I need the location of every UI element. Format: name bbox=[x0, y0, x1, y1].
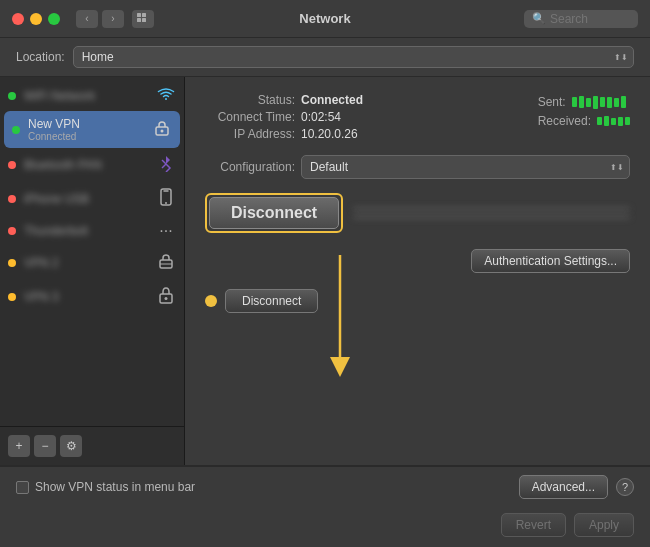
status-dot-red bbox=[8, 161, 16, 169]
titlebar: ‹ › Network 🔍 bbox=[0, 0, 650, 38]
forward-button[interactable]: › bbox=[102, 10, 124, 28]
status-dot-green bbox=[12, 126, 20, 134]
window-title: Network bbox=[299, 11, 350, 26]
svg-rect-1 bbox=[142, 13, 146, 17]
search-bar[interactable]: 🔍 bbox=[524, 10, 638, 28]
status-value: Connected bbox=[301, 93, 363, 107]
item-info: Thunderbolt bbox=[24, 224, 148, 238]
settings-button[interactable]: ⚙ bbox=[60, 435, 82, 457]
list-item[interactable]: Thunderbolt ··· bbox=[0, 216, 184, 246]
detail-panel: Status: Connected Connect Time: 0:02:54 … bbox=[185, 77, 650, 465]
list-item[interactable]: VPN 2 bbox=[0, 246, 184, 280]
phone-icon bbox=[156, 188, 176, 210]
svg-point-5 bbox=[161, 129, 164, 132]
received-bars bbox=[597, 116, 630, 126]
item-info: VPN 2 bbox=[24, 256, 148, 270]
show-vpn-checkbox[interactable] bbox=[16, 481, 29, 494]
location-label: Location: bbox=[16, 50, 65, 64]
svg-point-11 bbox=[165, 297, 168, 300]
status-label: Status: bbox=[205, 93, 295, 107]
auth-settings-button[interactable]: Authentication Settings... bbox=[471, 249, 630, 273]
item-info: VPN 3 bbox=[24, 290, 148, 304]
advanced-button[interactable]: Advanced... bbox=[519, 475, 608, 499]
svg-rect-2 bbox=[137, 18, 141, 22]
sent-label: Sent: bbox=[538, 95, 566, 109]
grid-button[interactable] bbox=[132, 10, 154, 28]
lock-icon bbox=[156, 286, 176, 308]
config-select[interactable]: Default bbox=[301, 155, 630, 179]
status-dot-green bbox=[8, 92, 16, 100]
final-row: Revert Apply bbox=[0, 507, 650, 547]
sidebar-list: WiFi Network New VPN Connected bbox=[0, 77, 184, 426]
auth-row: Authentication Settings... bbox=[205, 249, 630, 273]
item-name: VPN 3 bbox=[24, 290, 148, 304]
item-name: Thunderbolt bbox=[24, 224, 148, 238]
location-select[interactable]: Home Automatic Work bbox=[73, 46, 634, 68]
item-name: VPN 2 bbox=[24, 256, 148, 270]
list-item[interactable]: VPN 3 bbox=[0, 280, 184, 314]
search-input[interactable] bbox=[550, 12, 630, 26]
main-content: WiFi Network New VPN Connected bbox=[0, 77, 650, 465]
item-name: WiFi Network bbox=[24, 89, 148, 103]
status-section: Status: Connected Connect Time: 0:02:54 … bbox=[205, 93, 363, 141]
traffic-section: Sent: Received: bbox=[538, 93, 630, 128]
close-button[interactable] bbox=[12, 13, 24, 25]
status-dot-yellow bbox=[8, 293, 16, 301]
item-name: Bluetooth PAN bbox=[24, 158, 148, 172]
received-label: Received: bbox=[538, 114, 591, 128]
sidebar: WiFi Network New VPN Connected bbox=[0, 77, 185, 465]
maximize-button[interactable] bbox=[48, 13, 60, 25]
show-vpn-label: Show VPN status in menu bar bbox=[35, 480, 195, 494]
list-item[interactable]: Bluetooth PAN bbox=[0, 148, 184, 182]
back-button[interactable]: ‹ bbox=[76, 10, 98, 28]
remove-network-button[interactable]: − bbox=[34, 435, 56, 457]
blurred-field-1 bbox=[353, 208, 630, 210]
ip-label: IP Address: bbox=[205, 127, 295, 141]
vpn-icon bbox=[152, 119, 172, 141]
item-info: WiFi Network bbox=[24, 89, 148, 103]
status-dot-red bbox=[8, 227, 16, 235]
location-bar: Location: Home Automatic Work bbox=[0, 38, 650, 77]
nav-buttons: ‹ › bbox=[76, 10, 124, 28]
ip-value: 10.20.0.26 bbox=[301, 127, 358, 141]
traffic-lights bbox=[12, 13, 60, 25]
disconnect-small-row: Disconnect bbox=[205, 289, 630, 313]
search-icon: 🔍 bbox=[532, 12, 546, 25]
bluetooth-icon bbox=[156, 154, 176, 176]
connect-time-value: 0:02:54 bbox=[301, 110, 341, 124]
location-select-wrapper: Home Automatic Work bbox=[73, 46, 634, 68]
list-item[interactable]: WiFi Network bbox=[0, 81, 184, 111]
apply-button[interactable]: Apply bbox=[574, 513, 634, 537]
svg-rect-0 bbox=[137, 13, 141, 17]
disconnect-button-large[interactable]: Disconnect bbox=[209, 197, 339, 229]
bottom-bar: Show VPN status in menu bar Advanced... … bbox=[0, 466, 650, 507]
dots-icon: ··· bbox=[156, 222, 176, 240]
help-button[interactable]: ? bbox=[616, 478, 634, 496]
sidebar-bottom: + − ⚙ bbox=[0, 426, 184, 465]
status-dot-yellow bbox=[8, 259, 16, 267]
yellow-dot bbox=[205, 295, 217, 307]
add-network-button[interactable]: + bbox=[8, 435, 30, 457]
config-select-wrapper: Default bbox=[301, 155, 630, 179]
list-item[interactable]: iPhone USB bbox=[0, 182, 184, 216]
blurred-field-2 bbox=[353, 216, 630, 218]
item-info: New VPN Connected bbox=[28, 117, 144, 142]
item-info: Bluetooth PAN bbox=[24, 158, 148, 172]
item-status: Connected bbox=[28, 131, 144, 142]
disconnect-highlight-box: Disconnect bbox=[205, 193, 343, 233]
connect-time-label: Connect Time: bbox=[205, 110, 295, 124]
minimize-button[interactable] bbox=[30, 13, 42, 25]
svg-point-7 bbox=[165, 202, 167, 204]
revert-button[interactable]: Revert bbox=[501, 513, 566, 537]
show-vpn-row: Show VPN status in menu bar bbox=[16, 480, 195, 494]
list-item-vpn[interactable]: New VPN Connected bbox=[4, 111, 180, 148]
config-row: Configuration: Default bbox=[205, 155, 630, 179]
disconnect-button-small[interactable]: Disconnect bbox=[225, 289, 318, 313]
vpn2-icon bbox=[156, 252, 176, 274]
wifi-icon bbox=[156, 87, 176, 105]
item-name: iPhone USB bbox=[24, 192, 148, 206]
config-label: Configuration: bbox=[205, 160, 295, 174]
item-info: iPhone USB bbox=[24, 192, 148, 206]
svg-rect-3 bbox=[142, 18, 146, 22]
item-name: New VPN bbox=[28, 117, 144, 131]
